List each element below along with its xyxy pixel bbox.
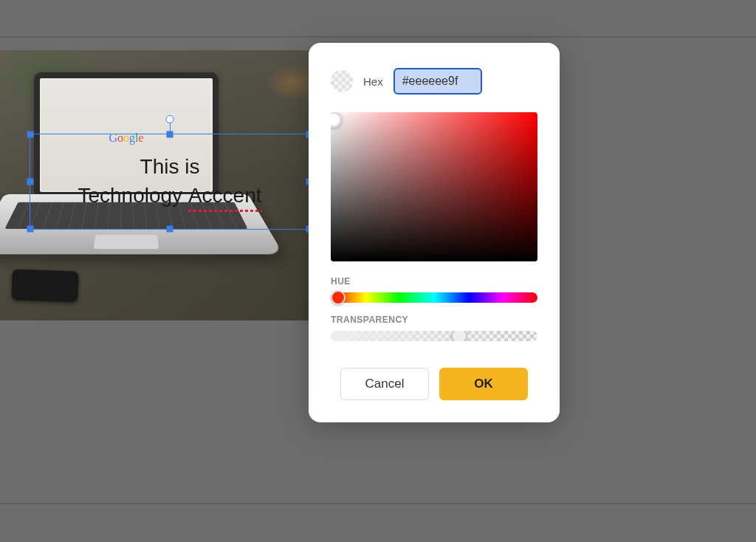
laptop-trackpad bbox=[94, 235, 159, 249]
hue-slider[interactable] bbox=[331, 292, 537, 303]
saturation-value-area[interactable] bbox=[331, 112, 537, 261]
laptop-screen-content: Google bbox=[41, 80, 211, 191]
google-logo: Google bbox=[109, 131, 143, 145]
laptop-base bbox=[0, 194, 284, 254]
hex-input-row: Hex bbox=[331, 68, 537, 95]
transparency-slider-thumb[interactable] bbox=[451, 331, 467, 341]
laptop-keyboard bbox=[4, 202, 247, 229]
laptop-screen: Google bbox=[34, 72, 219, 198]
hue-label: HUE bbox=[331, 276, 537, 287]
dialog-button-row: Cancel OK bbox=[331, 368, 537, 400]
sv-black-gradient bbox=[331, 112, 537, 261]
horizontal-divider-top bbox=[0, 36, 756, 38]
horizontal-divider-bottom bbox=[0, 503, 756, 504]
hue-section: HUE bbox=[331, 276, 537, 303]
hex-input[interactable] bbox=[394, 68, 482, 95]
design-canvas[interactable]: Google This is Technology Acccent bbox=[0, 50, 317, 320]
transparency-label: TRANSPARENCY bbox=[331, 315, 537, 325]
cancel-button[interactable]: Cancel bbox=[340, 368, 429, 400]
phone-illustration bbox=[11, 269, 78, 302]
hex-label: Hex bbox=[363, 75, 383, 88]
ok-button[interactable]: OK bbox=[439, 368, 528, 400]
color-picker-dialog: Hex HUE TRANSPARENCY Cancel OK bbox=[309, 43, 560, 422]
hue-slider-thumb[interactable] bbox=[331, 290, 346, 305]
laptop-illustration: Google bbox=[27, 72, 292, 287]
alpha-gradient bbox=[331, 331, 537, 341]
transparency-section: TRANSPARENCY bbox=[331, 315, 537, 341]
transparency-slider[interactable] bbox=[331, 331, 537, 341]
color-swatch-preview[interactable] bbox=[331, 70, 353, 92]
